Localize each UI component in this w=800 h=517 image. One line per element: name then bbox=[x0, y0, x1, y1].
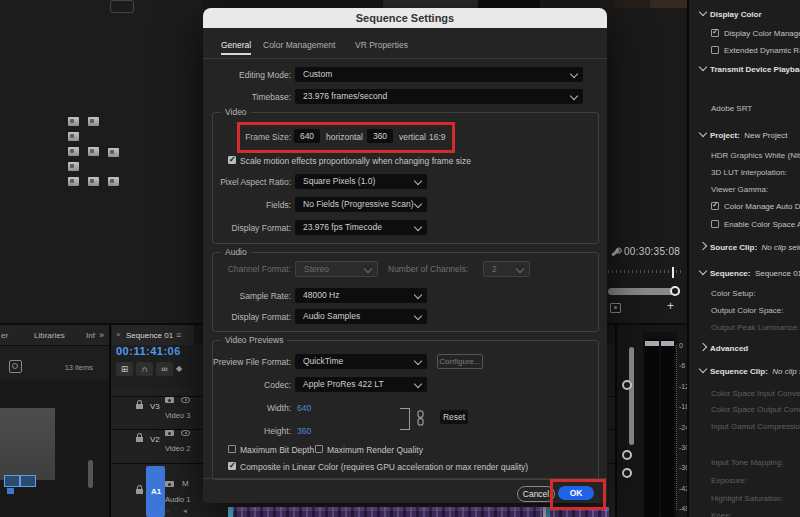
panel-overflow-chevrons[interactable]: » bbox=[99, 330, 104, 340]
bin-item-icon[interactable] bbox=[68, 162, 79, 171]
max-render-quality-checkbox[interactable] bbox=[315, 445, 323, 453]
tab-libraries[interactable]: Libraries bbox=[34, 331, 65, 340]
track-solo-icon[interactable]: ○ bbox=[166, 508, 170, 514]
video-display-format-dropdown[interactable]: 23.976 fps Timecode bbox=[295, 220, 427, 235]
sample-rate-dropdown[interactable]: 48000 Hz bbox=[295, 288, 427, 303]
zoom-scrollbar-handle[interactable] bbox=[670, 286, 680, 296]
selected-sequence-item[interactable] bbox=[4, 475, 20, 487]
linked-selection-icon[interactable]: ∞ bbox=[156, 362, 173, 376]
link-toggle-icon[interactable] bbox=[416, 410, 425, 426]
composite-linear-checkbox[interactable] bbox=[228, 462, 236, 470]
checked-checkbox[interactable] bbox=[711, 202, 719, 210]
track-lock-icon[interactable] bbox=[136, 404, 143, 409]
pixel-aspect-ratio-dropdown[interactable]: Square Pixels (1.0) bbox=[295, 174, 427, 189]
bin-item-icon[interactable] bbox=[68, 177, 79, 186]
bin-item-icon[interactable] bbox=[108, 148, 119, 157]
track-mute-button[interactable]: M bbox=[182, 479, 189, 488]
section-header-display-color[interactable]: Display Color bbox=[700, 10, 762, 19]
unchecked-checkbox[interactable] bbox=[711, 220, 719, 228]
section-header-source-clip[interactable]: Source Clip: No clip selected bbox=[700, 243, 800, 252]
setting-checkbox-row[interactable]: Color Manage Auto Detect bbox=[711, 201, 800, 211]
height-value[interactable]: 360 bbox=[297, 426, 311, 436]
setting-checkbox-row[interactable]: Extended Dynamic Range bbox=[711, 45, 800, 55]
sequence-timecode[interactable]: 00:11:41:06 bbox=[116, 345, 181, 357]
setting-checkbox-row[interactable]: Display Color Managemen bbox=[711, 28, 800, 38]
tab-vr-properties[interactable]: VR Properties bbox=[355, 40, 408, 50]
track-speaker-icon[interactable]: ◄ bbox=[182, 508, 188, 514]
track-visibility-icon[interactable] bbox=[181, 430, 190, 436]
bin-item-icon[interactable] bbox=[68, 132, 79, 141]
bin-item-icon[interactable] bbox=[108, 177, 119, 186]
checked-checkbox[interactable] bbox=[711, 29, 719, 37]
track-id[interactable]: V2 bbox=[150, 435, 160, 444]
source-patch-icon[interactable] bbox=[165, 430, 174, 436]
chevron-down-icon bbox=[570, 92, 578, 100]
ruler-tick bbox=[628, 270, 629, 273]
bin-item-icon[interactable] bbox=[88, 117, 99, 126]
chevron-right-icon bbox=[699, 343, 707, 351]
fields-dropdown[interactable]: No Fields (Progressive Scan) bbox=[295, 197, 427, 212]
track-id[interactable]: A1 bbox=[151, 487, 161, 496]
section-header-advanced[interactable]: Advanced bbox=[700, 344, 748, 353]
items-count: 13 items bbox=[40, 363, 93, 372]
editing-mode-dropdown[interactable]: Custom bbox=[295, 67, 583, 82]
sequence-tab-label[interactable]: Sequence 01 bbox=[126, 331, 173, 340]
program-timecode[interactable]: 00:30:35:08 bbox=[624, 246, 680, 257]
scale-motion-checkbox[interactable] bbox=[228, 156, 236, 164]
preview-file-format-dropdown[interactable]: QuickTime bbox=[295, 354, 427, 369]
section-header-sequence[interactable]: Sequence: Sequence 01 bbox=[700, 269, 800, 278]
setting-label: Viewer Gamma: bbox=[711, 185, 768, 194]
media-browser-panel: er Libraries Inf » 13 items bbox=[0, 325, 110, 517]
width-value[interactable]: 640 bbox=[297, 403, 311, 413]
media-thumbnail[interactable] bbox=[0, 408, 55, 480]
track-lock-icon[interactable] bbox=[136, 489, 143, 494]
panel-close-icon[interactable]: × bbox=[116, 330, 121, 339]
export-frame-icon[interactable] bbox=[610, 303, 621, 313]
track-id[interactable]: V3 bbox=[150, 402, 160, 411]
section-header-project[interactable]: Project: New Project bbox=[700, 131, 787, 140]
unchecked-checkbox[interactable] bbox=[711, 46, 719, 54]
filter-bin-icon[interactable] bbox=[9, 360, 22, 373]
codec-dropdown[interactable]: Apple ProRes 422 LT bbox=[295, 377, 427, 392]
preview-file-format-label: Preview File Format: bbox=[203, 357, 291, 367]
max-bit-depth-checkbox[interactable] bbox=[228, 445, 236, 453]
tab-truncated[interactable]: er bbox=[1, 331, 8, 340]
settings-wrench-icon[interactable] bbox=[611, 248, 620, 256]
source-patch-icon[interactable] bbox=[165, 397, 174, 403]
timebase-dropdown[interactable]: 23.976 frames/second bbox=[295, 89, 583, 104]
reset-button[interactable]: Reset bbox=[440, 410, 468, 424]
chevron-down-icon bbox=[699, 63, 707, 71]
track-name[interactable]: Audio 1 bbox=[165, 495, 190, 504]
nest-toggle-icon[interactable]: ⊞ bbox=[116, 362, 133, 376]
add-button[interactable]: + bbox=[667, 299, 674, 313]
selected-sequence-item[interactable] bbox=[20, 475, 36, 487]
section-header-sequence-clip[interactable]: Sequence Clip: No clip selected bbox=[700, 367, 800, 376]
track-name[interactable]: Video 3 bbox=[165, 411, 190, 420]
track-name[interactable]: Video 2 bbox=[165, 444, 190, 453]
checkbox-label: Display Color Managemen bbox=[724, 29, 800, 38]
audio-display-format-dropdown[interactable]: Audio Samples bbox=[295, 309, 427, 324]
bin-item-icon[interactable] bbox=[68, 147, 79, 156]
track-lock-icon[interactable] bbox=[136, 437, 143, 442]
tab-info[interactable]: Inf bbox=[86, 331, 95, 340]
tab-color-management[interactable]: Color Management bbox=[263, 40, 335, 50]
bin-item-icon[interactable] bbox=[88, 177, 99, 186]
snap-icon[interactable]: ∩ bbox=[136, 362, 153, 376]
bin-item-icon[interactable] bbox=[68, 117, 79, 126]
section-header-transmit-device-playback[interactable]: Transmit Device Playback bbox=[700, 65, 800, 74]
bin-item-icon[interactable] bbox=[88, 147, 99, 156]
setting-checkbox-row[interactable]: Enable Color Space Aware bbox=[711, 219, 800, 229]
meter-db-label: -6 bbox=[679, 362, 685, 369]
bin-icon-grid[interactable] bbox=[0, 0, 203, 325]
video-frame-fragment bbox=[615, 0, 650, 8]
chevron-down-icon bbox=[414, 177, 422, 185]
panel-menu-icon[interactable]: ≡ bbox=[176, 330, 181, 340]
audio-display-format-value: Audio Samples bbox=[303, 311, 360, 321]
link-glyph: ∞ bbox=[161, 364, 167, 374]
playhead-tick[interactable] bbox=[672, 267, 674, 278]
add-marker-icon[interactable]: ◆ bbox=[176, 364, 182, 373]
tab-general[interactable]: General bbox=[221, 40, 251, 55]
source-patch-icon[interactable] bbox=[165, 481, 174, 487]
scrollbar[interactable] bbox=[88, 460, 93, 488]
track-visibility-icon[interactable] bbox=[181, 397, 190, 403]
